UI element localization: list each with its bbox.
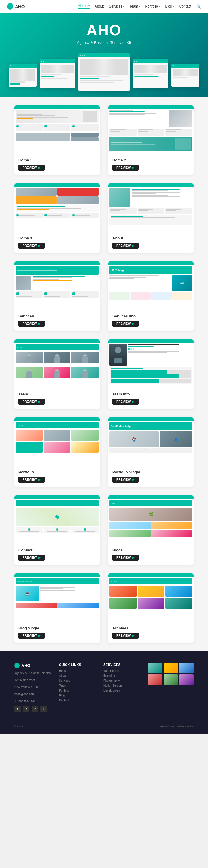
card-blog-single-preview-btn[interactable]: PREVIEW ▶ bbox=[19, 632, 45, 639]
footer-services-col: Services Web Design Branding Photography… bbox=[103, 663, 142, 712]
card-team-btn-label: PREVIEW bbox=[23, 400, 37, 403]
footer-email: hello@aho.com bbox=[14, 692, 53, 696]
card-contact: Contact PREVIEW ▶ bbox=[14, 495, 100, 565]
card-about-label: About bbox=[112, 236, 123, 240]
card-archives-btn-arrow: ▶ bbox=[132, 634, 135, 637]
card-blog-single-btn-label: PREVIEW bbox=[23, 634, 37, 637]
card-portfolio-single-preview-btn[interactable]: PREVIEW ▶ bbox=[112, 476, 139, 483]
footer-privacy[interactable]: Privacy Policy bbox=[177, 725, 194, 728]
hero-section: AHO Agency & Business Template Kit bbox=[0, 13, 208, 97]
card-portfolio-btn-label: PREVIEW bbox=[23, 478, 37, 481]
social-facebook-icon[interactable]: f bbox=[14, 706, 21, 712]
card-home2-info: Home 2 PREVIEW ▶ bbox=[108, 155, 194, 175]
card-team-preview-btn[interactable]: PREVIEW ▶ bbox=[19, 399, 45, 405]
card-home2-btn-arrow: ▶ bbox=[132, 166, 135, 169]
footer-link-team[interactable]: Team bbox=[59, 684, 98, 687]
card-team-info-btn-arrow: ▶ bbox=[132, 400, 135, 403]
footer-link-contact[interactable]: Contact bbox=[59, 699, 98, 702]
card-services-info-preview-btn[interactable]: PREVIEW ▶ bbox=[112, 321, 139, 327]
footer-link-blog[interactable]: Blog bbox=[59, 694, 98, 697]
card-home1-preview-btn[interactable]: PREVIEW ▶ bbox=[19, 165, 45, 171]
footer-quick-links-list: Home About Services Team Portfolio Blog … bbox=[59, 669, 98, 702]
card-contact-preview-btn[interactable]: PREVIEW ▶ bbox=[19, 555, 45, 561]
nav-team[interactable]: Team ▾ bbox=[129, 4, 140, 8]
footer-thumb-5 bbox=[164, 675, 178, 685]
site-footer: AHO Agency & Business Template 123 Main … bbox=[0, 651, 208, 734]
nav-portfolio-label: Portfolio bbox=[145, 4, 158, 8]
card-portfolio-btn-arrow: ▶ bbox=[38, 478, 41, 481]
card-about-btn-label: PREVIEW bbox=[116, 244, 131, 247]
card-blogs: Blog 🌿 Blogs bbox=[108, 495, 194, 565]
card-services-preview-btn[interactable]: PREVIEW ▶ bbox=[19, 321, 45, 327]
card-home3: Home 3 PREVIEW ▶ bbox=[14, 183, 100, 253]
hero-screen-main bbox=[78, 54, 129, 91]
card-services-btn-label: PREVIEW bbox=[23, 322, 37, 325]
nav-blog-label: Blog bbox=[165, 4, 172, 8]
footer-link-about[interactable]: About bbox=[59, 674, 98, 677]
nav-blog[interactable]: Blog ▾ bbox=[165, 4, 174, 8]
social-twitter-icon[interactable]: t bbox=[23, 706, 29, 712]
hero-screenshots bbox=[6, 54, 202, 91]
nav-services[interactable]: Services ▾ bbox=[109, 4, 124, 8]
card-portfolio-single: Book Mockup Design 📚 👤 bbox=[108, 417, 194, 487]
footer-service-2[interactable]: Branding bbox=[103, 674, 142, 677]
navbar-logo[interactable]: AHO bbox=[7, 3, 25, 9]
card-portfolio-single-preview: Book Mockup Design 📚 👤 bbox=[108, 417, 194, 466]
card-blogs-preview-btn[interactable]: PREVIEW ▶ bbox=[112, 555, 139, 561]
card-about-info: About PREVIEW ▶ bbox=[108, 232, 194, 253]
logo-text: AHO bbox=[15, 4, 25, 9]
card-team-preview: Team bbox=[14, 339, 100, 389]
card-team-info: Team Info PREVIEW ▶ bbox=[108, 339, 194, 409]
card-team-btn-arrow: ▶ bbox=[38, 400, 41, 403]
footer-link-services[interactable]: Services bbox=[59, 679, 98, 682]
card-team-info-preview-btn[interactable]: PREVIEW ▶ bbox=[112, 399, 139, 405]
card-home2-preview-btn[interactable]: PREVIEW ▶ bbox=[112, 165, 139, 171]
footer-terms[interactable]: Terms of Use bbox=[158, 725, 174, 728]
card-about-preview bbox=[108, 183, 194, 232]
card-portfolio-preview-btn[interactable]: PREVIEW ▶ bbox=[19, 476, 45, 483]
nav-portfolio[interactable]: Portfolio ▾ bbox=[145, 4, 160, 8]
card-services-info-preview: UI/UX Design ✏ bbox=[108, 261, 194, 311]
footer-link-home[interactable]: Home bbox=[59, 669, 98, 673]
card-about-preview-btn[interactable]: PREVIEW ▶ bbox=[112, 243, 139, 249]
card-archives-preview: Archives bbox=[108, 574, 194, 622]
card-portfolio: Portfolio Portfolio bbox=[14, 417, 100, 487]
card-blog-single-label: Blog Single bbox=[19, 626, 39, 630]
card-home1-label: Home 1 bbox=[19, 158, 32, 162]
footer-service-1[interactable]: Web Design bbox=[103, 669, 142, 673]
social-instagram-icon[interactable]: in bbox=[32, 706, 38, 712]
card-services-info-info: Services Info PREVIEW ▶ bbox=[108, 311, 194, 331]
card-archives: Archives Archives bbox=[108, 574, 194, 643]
footer-brand: AHO bbox=[21, 663, 30, 668]
card-blog-single-preview: Start Your Own Blog 💻 bbox=[14, 574, 100, 622]
card-services-info-btn-label: PREVIEW bbox=[116, 322, 131, 325]
card-portfolio-single-label: Portfolio Single bbox=[112, 470, 140, 474]
card-services-info-label: Services Info bbox=[112, 314, 136, 318]
search-icon[interactable]: 🔍 bbox=[197, 4, 201, 9]
card-archives-preview-btn[interactable]: PREVIEW ▶ bbox=[112, 632, 139, 639]
footer-services-list: Web Design Branding Photography Motion D… bbox=[103, 669, 142, 692]
card-services-info-btn-arrow: ▶ bbox=[132, 322, 135, 325]
card-about: About PREVIEW ▶ bbox=[108, 183, 194, 253]
card-blogs-label: Blogs bbox=[112, 548, 123, 552]
nav-about-label: About bbox=[95, 4, 104, 8]
card-home1-btn-label: PREVIEW bbox=[23, 166, 37, 169]
footer-service-3[interactable]: Photography bbox=[103, 679, 142, 682]
card-home3-btn-arrow: ▶ bbox=[38, 244, 41, 247]
footer-link-portfolio[interactable]: Portfolio bbox=[59, 689, 98, 692]
nav-about[interactable]: About bbox=[95, 4, 104, 8]
card-portfolio-label: Portfolio bbox=[19, 470, 34, 474]
nav-services-arrow: ▾ bbox=[123, 5, 124, 8]
card-blogs-btn-label: PREVIEW bbox=[116, 556, 131, 559]
card-about-btn-arrow: ▶ bbox=[132, 244, 135, 247]
social-linkedin-icon[interactable]: li bbox=[40, 706, 47, 712]
footer-quick-links-col: Quick Links Home About Services Team Por… bbox=[59, 663, 98, 712]
nav-home[interactable]: Home ▾ bbox=[78, 4, 90, 9]
card-portfolio-info: Portfolio PREVIEW ▶ bbox=[14, 466, 100, 487]
footer-service-5[interactable]: Development bbox=[103, 689, 142, 692]
card-home3-preview-btn[interactable]: PREVIEW ▶ bbox=[19, 243, 45, 249]
footer-bottom-links: Terms of Use Privacy Policy bbox=[158, 725, 194, 728]
nav-contact[interactable]: Contact bbox=[179, 4, 191, 8]
footer-service-4[interactable]: Motion Design bbox=[103, 684, 142, 687]
card-contact-btn-label: PREVIEW bbox=[23, 556, 37, 559]
